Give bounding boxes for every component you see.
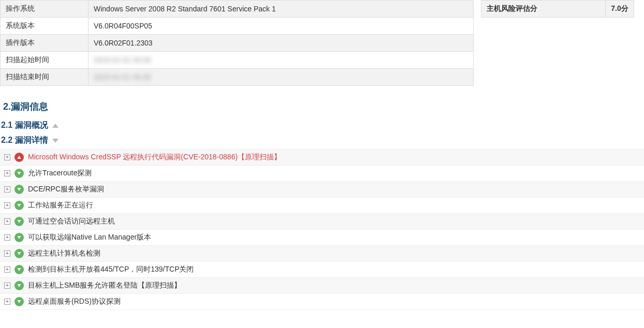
- subsection-2-1[interactable]: 2.1 漏洞概况: [1, 120, 644, 131]
- info-label: 系统版本: [1, 18, 89, 35]
- vulnerability-row[interactable]: +目标主机上SMB服务允许匿名登陆【原理扫描】: [0, 277, 644, 293]
- info-row: 操作系统Windows Server 2008 R2 Standard 7601…: [1, 1, 474, 18]
- vulnerability-name: 目标主机上SMB服务允许匿名登陆【原理扫描】: [28, 281, 181, 290]
- chevron-down-icon: [52, 139, 58, 143]
- vulnerability-row[interactable]: +DCE/RPC服务枚举漏洞: [0, 181, 644, 197]
- vulnerability-row[interactable]: +可通过空会话访问远程主机: [0, 213, 644, 229]
- info-row: 插件版本V6.0R02F01.2303: [1, 35, 474, 52]
- vulnerability-name: 远程桌面服务(RDS)协议探测: [28, 297, 121, 306]
- info-row: 扫描结束时间2023-01-01 00:30: [1, 69, 474, 86]
- section-2-title: 2.漏洞信息: [3, 100, 644, 113]
- info-label: 插件版本: [1, 35, 89, 52]
- info-row: 系统版本V6.0R04F00SP05: [1, 18, 474, 35]
- expand-icon[interactable]: +: [4, 218, 10, 225]
- subsection-2-2[interactable]: 2.2 漏洞详情: [1, 135, 644, 146]
- vulnerability-name: 可以获取远端Native Lan Manager版本: [28, 233, 151, 242]
- subsection-2-2-label: 2.2 漏洞详情: [1, 135, 48, 146]
- expand-icon[interactable]: +: [4, 266, 10, 273]
- vulnerability-name: 可通过空会话访问远程主机: [28, 217, 115, 226]
- severity-low-icon: [14, 297, 24, 306]
- vulnerability-name: 远程主机计算机名检测: [28, 249, 100, 258]
- severity-low-icon: [14, 217, 24, 226]
- expand-icon[interactable]: +: [4, 170, 10, 176]
- expand-icon[interactable]: +: [4, 299, 10, 305]
- vulnerability-name: 检测到目标主机开放着445/TCP，同时139/TCP关闭: [28, 265, 194, 274]
- info-value: V6.0R02F01.2303: [89, 35, 474, 52]
- vulnerability-row[interactable]: +远程桌面服务(RDS)协议探测: [0, 293, 644, 309]
- risk-score-value: 7.0分: [606, 1, 634, 18]
- chevron-up-icon: [52, 124, 58, 128]
- info-label: 操作系统: [1, 1, 89, 18]
- expand-icon[interactable]: +: [4, 202, 10, 208]
- info-label: 扫描结束时间: [1, 69, 89, 86]
- vulnerability-row[interactable]: +工作站服务正在运行: [0, 197, 644, 213]
- severity-low-icon: [14, 281, 24, 290]
- expand-icon[interactable]: +: [4, 250, 10, 257]
- info-value: V6.0R04F00SP05: [89, 18, 474, 35]
- severity-low-icon: [14, 201, 24, 210]
- vulnerability-name: DCE/RPC服务枚举漏洞: [28, 185, 104, 194]
- severity-low-icon: [14, 169, 24, 178]
- vulnerability-name: 工作站服务正在运行: [28, 201, 93, 210]
- info-value: 2023-01-01 00:30: [89, 69, 474, 86]
- vulnerability-row[interactable]: +允许Traceroute探测: [0, 165, 644, 181]
- info-row: 扫描起始时间2023-01-01 00:00: [1, 52, 474, 69]
- info-value: 2023-01-01 00:00: [89, 52, 474, 69]
- vulnerability-row[interactable]: +Microsoft Windows CredSSP 远程执行代码漏洞(CVE-…: [0, 149, 644, 165]
- risk-score-box: 主机风险评估分 7.0分: [481, 0, 634, 18]
- vulnerability-name: Microsoft Windows CredSSP 远程执行代码漏洞(CVE-2…: [28, 153, 281, 162]
- expand-icon[interactable]: +: [4, 186, 10, 192]
- severity-low-icon: [14, 249, 24, 258]
- info-label: 扫描起始时间: [1, 52, 89, 69]
- vulnerability-row[interactable]: +检测到目标主机开放着445/TCP，同时139/TCP关闭: [0, 261, 644, 277]
- severity-low-icon: [14, 185, 24, 194]
- info-value: Windows Server 2008 R2 Standard 7601 Ser…: [89, 1, 474, 18]
- vulnerability-row[interactable]: +可以获取远端Native Lan Manager版本: [0, 229, 644, 245]
- risk-score-label: 主机风险评估分: [481, 1, 606, 18]
- severity-high-icon: [14, 153, 24, 162]
- expand-icon[interactable]: +: [4, 282, 10, 289]
- subsection-2-1-label: 2.1 漏洞概况: [1, 120, 48, 131]
- expand-icon[interactable]: +: [4, 154, 10, 160]
- vulnerability-name: 允许Traceroute探测: [28, 169, 92, 178]
- expand-icon[interactable]: +: [4, 234, 10, 241]
- vulnerability-list: +Microsoft Windows CredSSP 远程执行代码漏洞(CVE-…: [0, 149, 644, 310]
- severity-low-icon: [14, 265, 24, 274]
- vulnerability-row[interactable]: +远程主机计算机名检测: [0, 245, 644, 261]
- host-info-table: 操作系统Windows Server 2008 R2 Standard 7601…: [0, 0, 474, 86]
- severity-low-icon: [14, 233, 24, 242]
